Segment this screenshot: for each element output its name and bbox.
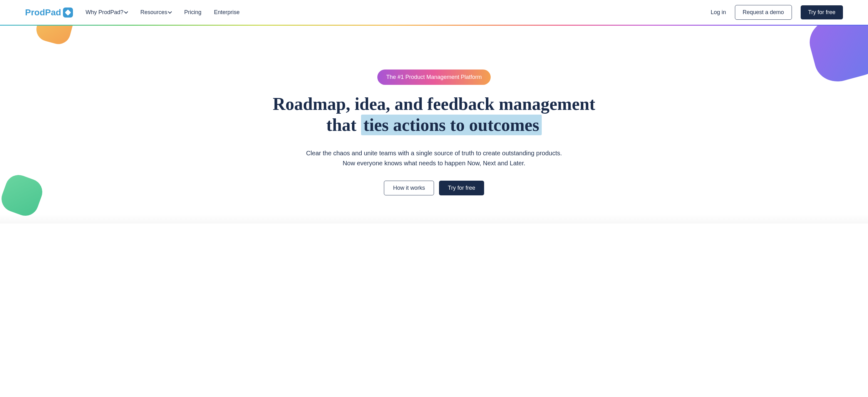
decorative-blob-orange: [34, 26, 76, 47]
header-actions: Log in Request a demo Try for free: [711, 5, 843, 20]
main-nav: Why ProdPad? Resources Pricing Enterpris…: [86, 9, 711, 16]
hero-actions: How it works Try for free: [19, 181, 849, 195]
hero-title-highlight: ties actions to outcomes: [361, 115, 542, 135]
hero-subtitle: Clear the chaos and unite teams with a s…: [306, 148, 562, 168]
hero-title: Roadmap, idea, and feedback management t…: [262, 94, 606, 135]
hero-section: The #1 Product Management Platform Roadm…: [0, 26, 868, 220]
hero-try-free-button[interactable]: Try for free: [439, 181, 484, 195]
nav-pricing[interactable]: Pricing: [184, 9, 202, 16]
chevron-down-icon: [168, 11, 172, 14]
logo[interactable]: ProdPad: [25, 7, 73, 18]
decorative-blob-green: [0, 171, 46, 219]
hero-badge: The #1 Product Management Platform: [377, 69, 490, 85]
how-it-works-button[interactable]: How it works: [384, 181, 434, 195]
chevron-down-icon: [125, 11, 128, 14]
nav-enterprise[interactable]: Enterprise: [214, 9, 240, 16]
decorative-blob-purple: [805, 26, 868, 87]
request-demo-button[interactable]: Request a demo: [735, 5, 792, 20]
nav-resources[interactable]: Resources: [140, 9, 172, 16]
site-header: ProdPad Why ProdPad? Resources Pricing E…: [0, 0, 868, 25]
nav-why-prodpad[interactable]: Why ProdPad?: [86, 9, 128, 16]
logo-text: ProdPad: [25, 7, 61, 18]
logo-icon: [63, 7, 73, 18]
try-free-button[interactable]: Try for free: [801, 5, 843, 20]
login-link[interactable]: Log in: [711, 9, 726, 16]
